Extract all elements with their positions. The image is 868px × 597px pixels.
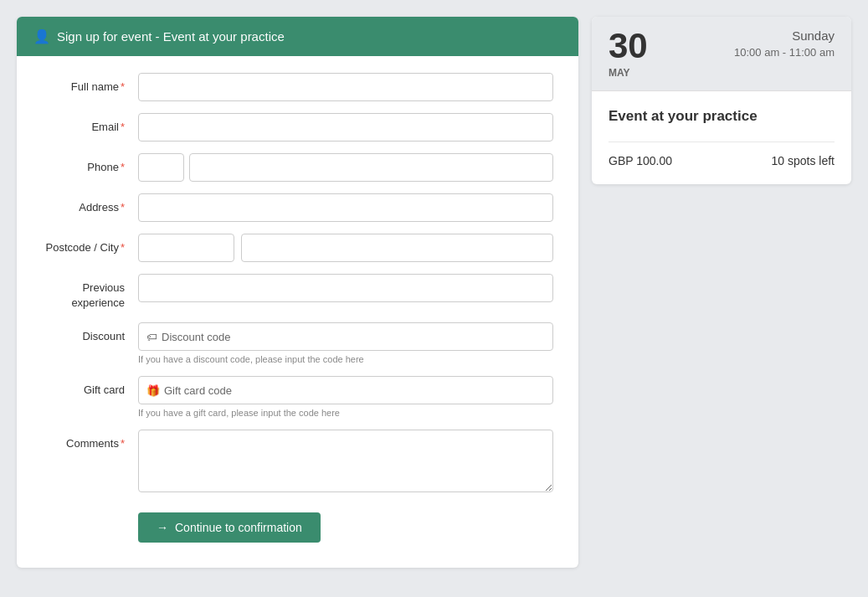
address-row: Address* — [42, 193, 553, 222]
required-indicator: * — [121, 80, 125, 93]
phone-prefix-input[interactable]: +44 — [138, 153, 184, 182]
form-title: Sign up for event - Event at your practi… — [57, 29, 285, 44]
required-indicator: * — [121, 437, 125, 450]
discount-input[interactable] — [138, 322, 553, 351]
postcode-input[interactable] — [138, 234, 234, 262]
comments-row: Comments* — [42, 430, 553, 496]
postcode-city-row: Postcode / City* — [42, 234, 553, 262]
gift-card-field: 🎁 Gift card code If you have a gift card… — [138, 376, 553, 418]
email-input[interactable] — [138, 113, 553, 142]
date-right: Sunday 10:00 am - 11:00 am — [734, 28, 835, 59]
comments-field — [138, 430, 553, 496]
email-label: Email* — [42, 113, 138, 135]
form-header: 👤 Sign up for event - Event at your prac… — [17, 17, 578, 56]
comments-textarea[interactable] — [138, 430, 553, 492]
date-time: 10:00 am - 11:00 am — [734, 46, 835, 59]
postcode-city-label: Postcode / City* — [42, 234, 138, 255]
phone-row: Phone* +44 — [42, 153, 553, 182]
previous-experience-row: Previous experience — [42, 274, 553, 311]
discount-field: 🏷 Discount code If you have a discount c… — [138, 322, 553, 364]
date-number: 30 — [609, 28, 648, 64]
phone-field: +44 — [138, 153, 553, 182]
required-indicator: * — [121, 201, 125, 214]
email-field — [138, 113, 553, 142]
signup-form-card: 👤 Sign up for event - Event at your prac… — [17, 17, 578, 568]
previous-experience-input[interactable] — [138, 274, 553, 302]
previous-experience-field — [138, 274, 553, 302]
email-row: Email* — [42, 113, 553, 142]
continue-button[interactable]: → Continue to confirmation — [138, 512, 321, 543]
address-label: Address* — [42, 193, 138, 215]
discount-label: Discount — [42, 322, 138, 344]
date-month: MAY — [609, 67, 648, 79]
previous-experience-label: Previous experience — [42, 274, 138, 311]
gift-card-row: Gift card 🎁 Gift card code If you have a… — [42, 376, 553, 418]
event-price: GBP 100.00 — [609, 154, 672, 167]
gift-card-input[interactable] — [138, 376, 553, 404]
date-left: 30 MAY — [609, 28, 648, 79]
user-icon: 👤 — [33, 28, 50, 44]
form-body: Full name* Email* Phone* +44 — [17, 56, 578, 568]
phone-label: Phone* — [42, 153, 138, 175]
full-name-row: Full name* — [42, 73, 553, 101]
continue-button-label: Continue to confirmation — [175, 521, 302, 534]
address-field — [138, 193, 553, 222]
comments-label: Comments* — [42, 430, 138, 451]
gift-card-hint: If you have a gift card, please input th… — [138, 408, 553, 418]
full-name-input[interactable] — [138, 73, 553, 101]
discount-row: Discount 🏷 Discount code If you have a d… — [42, 322, 553, 364]
arrow-icon: → — [157, 521, 168, 534]
event-spots: 10 spots left — [772, 154, 835, 167]
postcode-city-field — [138, 234, 553, 262]
date-header: 30 MAY Sunday 10:00 am - 11:00 am — [592, 17, 851, 91]
required-indicator: * — [121, 121, 125, 133]
full-name-label: Full name* — [42, 73, 138, 95]
address-input[interactable] — [138, 193, 553, 222]
event-title: Event at your practice — [609, 108, 835, 125]
city-input[interactable] — [241, 234, 553, 262]
event-sidebar-card: 30 MAY Sunday 10:00 am - 11:00 am Event … — [592, 17, 851, 184]
phone-number-input[interactable] — [189, 153, 553, 182]
required-indicator: * — [121, 161, 125, 173]
sidebar-content: Event at your practice GBP 100.00 10 spo… — [592, 91, 851, 184]
discount-hint: If you have a discount code, please inpu… — [138, 354, 553, 364]
event-details: GBP 100.00 10 spots left — [609, 142, 835, 167]
gift-card-label: Gift card — [42, 376, 138, 398]
full-name-field — [138, 73, 553, 101]
required-indicator: * — [121, 241, 125, 254]
date-day: Sunday — [734, 28, 835, 43]
